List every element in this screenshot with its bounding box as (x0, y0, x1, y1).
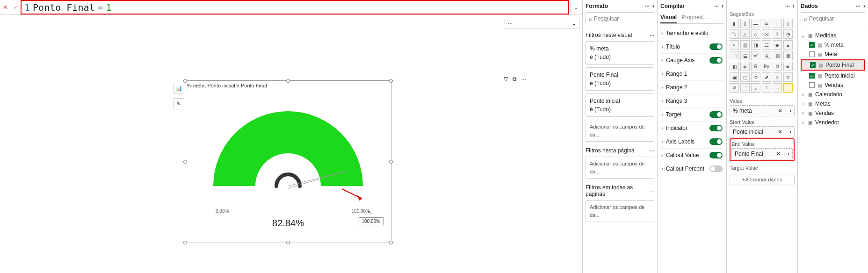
viz-tile[interactable]: ⫰ (751, 83, 760, 93)
well-value[interactable]: % meta ✕|› (730, 105, 795, 116)
viz-tile[interactable]: ▤ (740, 40, 750, 50)
viz-tile[interactable]: ⬈ (762, 72, 771, 82)
checkbox-icon[interactable]: ✓ (809, 73, 815, 79)
report-canvas[interactable]: ▽ ⧉ ··· 📊 ✎ % meta, Ponto inicial e Pont… (0, 29, 582, 273)
filter-card[interactable]: % meta é (Tudo) (586, 41, 654, 65)
viz-tile[interactable]: ⩸ (762, 19, 771, 28)
viz-tile[interactable]: ♔ (751, 72, 760, 82)
viz-tile[interactable]: ··· (773, 83, 782, 93)
viz-tile[interactable]: ⬚ (730, 51, 739, 60)
formula-expand-icon[interactable]: ⌄ (570, 2, 581, 13)
format-item[interactable]: ›Range 3 (660, 94, 723, 108)
viz-tile[interactable]: R (751, 62, 760, 71)
resize-handle[interactable] (183, 160, 187, 164)
viz-tile[interactable]: ⬓ (740, 51, 750, 60)
viz-tile[interactable]: ⧉ (773, 62, 782, 71)
format-item[interactable]: ›Range 1 (660, 67, 723, 80)
field-menu-icon[interactable]: › (789, 129, 791, 135)
viz-tile[interactable]: ▣ (730, 72, 739, 82)
more-icon[interactable]: ··· (650, 147, 654, 154)
pane-more-icon[interactable]: ··· (785, 3, 790, 9)
format-item[interactable]: ›Target (660, 108, 723, 121)
well-start[interactable]: Ponto inicial ✕|› (730, 126, 795, 137)
viz-tile[interactable]: ⋈ (762, 29, 771, 39)
format-item[interactable]: ›Indicator (660, 121, 723, 135)
viz-tile[interactable]: ⬚ (740, 83, 750, 93)
viz-tile[interactable]: 〽 (730, 29, 739, 39)
viz-tile[interactable]: ⫱ (762, 83, 771, 93)
fields-search-input[interactable] (809, 15, 868, 22)
focus-mode-icon[interactable]: ⧉ (513, 76, 517, 82)
formula-input[interactable]: 1 Ponto Final = 1 (21, 0, 569, 14)
checkbox-icon[interactable] (809, 51, 815, 57)
field-ponto-inicial[interactable]: ✓▤Ponto inicial (801, 71, 865, 80)
table-vendedor[interactable]: ›▦Vendedor (801, 118, 865, 127)
viz-tile[interactable]: ☷ (762, 40, 771, 50)
drill-table-icon[interactable]: 📊 (173, 83, 184, 94)
remove-field-icon[interactable]: ✕ (776, 151, 781, 157)
viz-tile[interactable]: Py (762, 62, 771, 71)
viz-tile[interactable]: ⫼ (773, 19, 782, 28)
checkbox-icon[interactable]: ✓ (809, 42, 815, 48)
table-medidas[interactable]: ⌄▦Medidas (801, 31, 865, 40)
resize-handle[interactable] (389, 79, 393, 83)
viz-tile[interactable]: ▲ (783, 40, 793, 50)
filters-search[interactable]: ⌕ (586, 12, 654, 25)
viz-tile[interactable]: ▬ (751, 19, 760, 28)
field-more-icon[interactable]: · (863, 62, 864, 68)
viz-tile[interactable] (783, 83, 793, 93)
tab-visual[interactable]: Visual (660, 12, 677, 23)
field-meta2[interactable]: ▤Meta (801, 50, 865, 59)
table-metas[interactable]: ›▦Metas (801, 99, 865, 108)
pane-collapse-icon[interactable]: › (722, 3, 723, 9)
more-icon[interactable]: ··· (650, 187, 654, 194)
toggle[interactable] (709, 57, 723, 64)
format-item[interactable]: ›Gauge Axis (660, 53, 723, 67)
format-brush-icon[interactable]: ✎ (173, 98, 184, 109)
toggle[interactable] (709, 138, 723, 145)
viz-tile[interactable]: ▯ (740, 19, 750, 28)
filter-card[interactable]: Ponto Final é (Tudo) (586, 67, 654, 91)
viz-tile[interactable]: ⧈ (783, 72, 793, 82)
visual-gauge[interactable]: % meta, Ponto inicial e Ponto Final (185, 80, 391, 243)
filter-add-fields[interactable]: Adicionar os campos de da... (586, 120, 654, 142)
field-menu-icon[interactable]: › (788, 151, 789, 157)
more-icon[interactable]: ··· (650, 32, 654, 38)
format-item[interactable]: ›Callout Value (660, 148, 723, 162)
viz-tile[interactable]: ⩩ (783, 62, 793, 71)
remove-field-icon[interactable]: ✕ (778, 108, 782, 114)
filters-search-input[interactable] (594, 15, 664, 22)
pane-more-icon[interactable]: ··· (645, 3, 650, 9)
field-vendas-measure[interactable]: ▤Vendas (801, 80, 865, 90)
format-item[interactable]: ›Título (660, 40, 723, 53)
well-add-data[interactable]: +Adicionar dados (730, 174, 795, 185)
viz-tile[interactable]: ㎦ (751, 51, 760, 60)
viz-tile[interactable]: ◳ (740, 72, 750, 82)
viz-tile[interactable]: ▦ (783, 51, 793, 60)
viz-tile[interactable]: ◈ (740, 62, 750, 71)
viz-tile[interactable]: ▮ (730, 19, 739, 28)
viz-tile[interactable]: ◧ (730, 62, 739, 71)
resize-handle[interactable] (183, 79, 187, 83)
toggle[interactable] (709, 43, 723, 50)
toggle[interactable] (709, 111, 723, 118)
viz-tile[interactable]: ▥ (773, 51, 782, 60)
toggle[interactable] (709, 125, 723, 131)
field-ponto-final[interactable]: ✓▤Ponto Final· (802, 60, 864, 70)
filter-icon[interactable]: ▽ (504, 76, 508, 82)
format-item[interactable]: ›Callout Percent (660, 162, 723, 175)
remove-field-icon[interactable]: ✕ (778, 129, 782, 135)
format-item[interactable]: ›Axis Labels (660, 135, 723, 148)
resize-handle[interactable] (389, 160, 393, 164)
table-vendas[interactable]: ›▦Vendas (801, 108, 865, 118)
pane-more-icon[interactable]: ··· (856, 3, 861, 9)
resize-handle[interactable] (286, 241, 290, 244)
formula-cancel-icon[interactable]: ✕ (0, 4, 10, 11)
viz-tile[interactable]: △ (740, 29, 750, 39)
field-meta[interactable]: ✓▤% meta (801, 40, 865, 50)
viz-tile[interactable]: ◔ (783, 29, 793, 39)
viz-tile[interactable]: A͟ (762, 51, 771, 60)
filter-add-fields[interactable]: Adicionar os campos de da... (586, 200, 654, 222)
pane-collapse-icon[interactable]: › (652, 3, 654, 9)
viz-tile[interactable]: ◆ (773, 40, 782, 50)
